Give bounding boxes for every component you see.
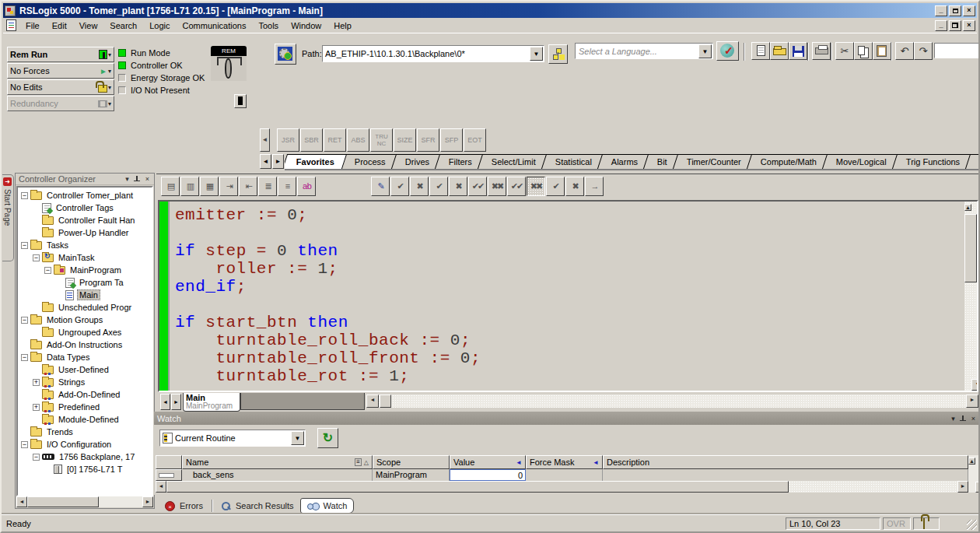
tree-item-main[interactable]: Main (18, 289, 152, 301)
watch-header-value[interactable]: Value◄ (450, 455, 526, 469)
scroll-track[interactable] (789, 481, 957, 493)
scroll-left-icon[interactable]: ◄ (156, 481, 166, 493)
tree-item-program-ta[interactable]: Program Ta (18, 276, 152, 289)
menu-view[interactable]: View (73, 19, 104, 33)
palette-tab-statistical[interactable]: Statistical (541, 154, 604, 169)
organizer-pin-icon[interactable] (132, 174, 142, 184)
watch-cell-name[interactable]: back_sens (182, 469, 373, 481)
menu-help[interactable]: Help (327, 19, 358, 33)
filter-icon[interactable]: △ (364, 459, 369, 466)
palette-tab-alarms[interactable]: Alarms (597, 154, 649, 169)
title-bar[interactable]: RSLogix 5000 - Tomer_plant [1756-L71 20.… (3, 3, 977, 18)
structured-text-code[interactable]: emitter := 0; if step = 0 then roller :=… (175, 206, 963, 385)
watch-cell-force-mask[interactable] (526, 469, 603, 481)
tree-item-user-defined[interactable]: User-Defined (18, 363, 152, 376)
st-tool-button-x[interactable]: ✖ (449, 177, 467, 196)
copy-button[interactable] (854, 42, 873, 60)
st-tool-button-x[interactable]: ✔ (390, 177, 409, 196)
routine-tab-right-button[interactable]: ► (171, 394, 181, 410)
processor-mini-button[interactable] (234, 94, 247, 108)
tree-item-strings[interactable]: +Strings (18, 376, 152, 388)
maximize-button[interactable] (949, 5, 961, 16)
organizer-header[interactable]: Controller Organizer ▾ × (16, 174, 154, 185)
path-dropdown-button[interactable]: ▼ (530, 47, 543, 61)
organizer-close-icon[interactable]: × (142, 174, 152, 184)
tree-item-predefined[interactable]: +Predefined (18, 401, 152, 413)
menu-file[interactable]: File (19, 19, 46, 33)
save-button[interactable] (789, 42, 807, 60)
tree-expander-icon[interactable]: − (21, 317, 28, 324)
st-tool-button-xx[interactable]: ✔✔ (507, 177, 526, 196)
scroll-down-icon[interactable]: ▼ (971, 379, 978, 391)
instruction-sfr-button[interactable]: SFR (417, 128, 439, 152)
new-button[interactable] (751, 42, 770, 60)
palette-tab-favorites[interactable]: Favorites (285, 154, 347, 169)
app-icon[interactable] (5, 5, 16, 16)
cut-button[interactable]: ✂ (835, 42, 854, 60)
palette-tab-select-limit[interactable]: Select/Limit (478, 154, 548, 169)
comms-path-button[interactable] (275, 44, 296, 65)
tree-item-trends[interactable]: Trends (18, 426, 152, 438)
tabs-scroll-left-button[interactable]: ◄ (260, 154, 271, 169)
tabs-scroll-right-button[interactable]: ► (272, 154, 284, 169)
menu-communications[interactable]: Communications (177, 19, 253, 33)
watch-header-scope[interactable]: Scope (373, 455, 450, 469)
organizer-hscrollbar[interactable]: ◄ ► (16, 496, 153, 507)
tree-item--0-1756-l71-t[interactable]: [0] 1756-L71 T (18, 463, 152, 475)
watch-close-icon[interactable]: × (968, 414, 978, 423)
tree-item-controller-fault-han[interactable]: Controller Fault Han (18, 214, 152, 226)
child-restore-button[interactable] (949, 20, 961, 31)
controller-mode-button[interactable]: Rem Run ▾ (7, 47, 114, 62)
scroll-down-icon[interactable]: ▼ (975, 482, 980, 493)
menu-logic[interactable]: Logic (143, 19, 176, 33)
watch-pin-icon[interactable] (958, 414, 968, 423)
tree-expander-icon[interactable]: − (21, 354, 28, 361)
instruction-eot-button[interactable]: EOT (464, 128, 486, 152)
st-tool-button-xx[interactable]: ✖✖ (527, 177, 545, 196)
resize-grip[interactable] (967, 520, 977, 530)
watch-menu-icon[interactable]: ▾ (948, 414, 958, 423)
scroll-up-icon[interactable]: ▲ (968, 458, 975, 465)
scroll-left-icon[interactable]: ◄ (366, 394, 379, 408)
instruction-ret-button[interactable]: RET (324, 128, 346, 152)
palette-tab-trig-functions[interactable]: Trig Functions (892, 154, 971, 169)
st-tool-button-x[interactable]: ✖ (565, 177, 584, 196)
tree-expander-icon[interactable]: − (21, 242, 28, 249)
tree-expander-icon[interactable]: − (21, 192, 28, 199)
watch-hscrollbar[interactable]: ◄ ► (156, 481, 968, 493)
close-button[interactable]: × (963, 5, 975, 16)
edits-dropdown-icon[interactable]: ▾ (108, 84, 111, 91)
instruction-abs-button[interactable]: ABS (347, 128, 369, 152)
instruction-sfp-button[interactable]: SFP (440, 128, 463, 152)
menu-edit[interactable]: Edit (46, 19, 73, 33)
st-tool-button-x[interactable]: ≣ (258, 177, 277, 196)
code-area[interactable]: emitter := 0; if step = 0 then roller :=… (158, 200, 978, 392)
tree-item-module-defined[interactable]: Module-Defined (18, 413, 152, 426)
palette-tab-timer-counter[interactable]: Timer/Counter (673, 154, 753, 169)
watch-title-bar[interactable]: Watch ▾ × (154, 412, 980, 425)
tree-expander-icon[interactable]: − (44, 267, 51, 274)
undo-button[interactable]: ↶ (895, 42, 914, 60)
instruction-jsr-button[interactable]: JSR (277, 128, 299, 152)
watch-header-description[interactable]: Description (603, 455, 968, 469)
bottom-tab-watch[interactable]: Watch (300, 498, 355, 514)
scroll-thumb[interactable] (380, 394, 391, 408)
menu-search[interactable]: Search (103, 19, 143, 33)
tree-item-i-o-configuration[interactable]: −I/O Configuration (18, 438, 152, 451)
tree-item-controller-tags[interactable]: Controller Tags (18, 202, 152, 214)
row-selector[interactable] (156, 469, 182, 481)
st-tool-button-x[interactable]: ▥ (180, 177, 199, 196)
tree-item-maintask[interactable]: −MainTask (18, 251, 152, 264)
st-tool-button-x[interactable]: ✔ (546, 177, 565, 196)
editor-hscrollbar[interactable]: ◄ ► (366, 394, 978, 408)
who-active-button[interactable] (548, 44, 568, 64)
tree-item-add-on-defined[interactable]: Add-On-Defined (18, 388, 152, 401)
scroll-thumb[interactable] (166, 481, 789, 493)
st-tool-button-x[interactable]: → (585, 177, 604, 196)
st-tool-button-x[interactable]: ▦ (200, 177, 219, 196)
organizer-menu-icon[interactable]: ▾ (122, 174, 132, 184)
paste-button[interactable] (873, 42, 891, 60)
tree-item-power-up-handler[interactable]: Power-Up Handler (18, 226, 152, 239)
tree-item-1756-backplane-17[interactable]: −1756 Backplane, 17 (18, 451, 152, 463)
tree-item-data-types[interactable]: −Data Types (18, 351, 152, 363)
